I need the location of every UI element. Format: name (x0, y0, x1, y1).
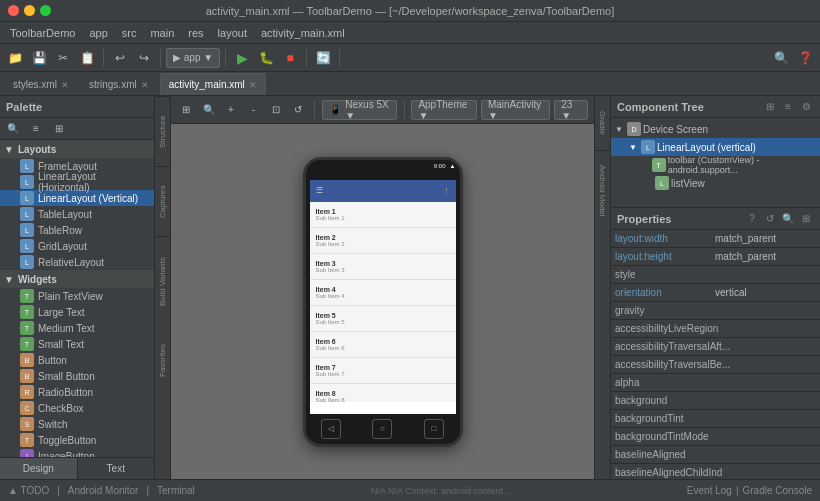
palette-item-plaintextview[interactable]: T Plain TextView (0, 288, 154, 304)
list-item-4-sub: Sub Item 4 (316, 293, 450, 299)
prop-btn-3[interactable]: 🔍 (780, 211, 796, 227)
theme-selector[interactable]: AppTheme ▼ (411, 100, 477, 120)
list-item-8-title: Item 8 (316, 390, 450, 397)
minimize-button[interactable] (24, 5, 35, 16)
search-btn[interactable]: 🔍 (770, 47, 792, 69)
status-android-monitor[interactable]: Android Monitor (68, 485, 139, 496)
captures-tab[interactable]: Captures (155, 166, 170, 236)
palette-item-button[interactable]: B Button (0, 352, 154, 368)
prop-btn-1[interactable]: ? (744, 211, 760, 227)
sync-btn[interactable]: 🔄 (312, 47, 334, 69)
stop-btn[interactable]: ■ (279, 47, 301, 69)
palette-item-relativelayout[interactable]: L RelativeLayout (0, 254, 154, 270)
phone-recents-btn[interactable]: □ (424, 419, 444, 439)
favorites-tab[interactable]: Favorites (155, 326, 170, 396)
menu-activity-main[interactable]: activity_main.xml (255, 25, 351, 41)
phone-home-btn[interactable]: ○ (372, 419, 392, 439)
activity-selector[interactable]: MainActivity ▼ (481, 100, 550, 120)
palette-group-widgets[interactable]: ▼ Widgets (0, 270, 154, 288)
tree-listview[interactable]: L listView (611, 174, 820, 192)
structure-tab[interactable]: Structure (155, 96, 170, 166)
palette-group-layouts[interactable]: ▼ Layouts (0, 140, 154, 158)
palette-item-switch[interactable]: S Switch (0, 416, 154, 432)
palette-search-btn[interactable]: 🔍 (2, 118, 24, 140)
app-selector[interactable]: ▶ app ▼ (166, 48, 220, 68)
tab-activity-main[interactable]: activity_main.xml ✕ (160, 73, 266, 95)
status-todo[interactable]: ▲ TODO (8, 485, 49, 496)
editor-btn-2[interactable]: 🔍 (199, 99, 217, 121)
text-tab[interactable]: Text (78, 458, 155, 479)
tab-strings-close[interactable]: ✕ (141, 80, 149, 90)
palette-item-smallbutton[interactable]: B Small Button (0, 368, 154, 384)
editor-btn-zoom-out[interactable]: - (244, 99, 262, 121)
component-tree-btn-3[interactable]: ⚙ (798, 99, 814, 115)
toolbar-btn-2[interactable]: 💾 (28, 47, 50, 69)
prop-orientation-name: orientation (615, 287, 715, 298)
menu-main[interactable]: main (144, 25, 180, 41)
tree-toolbar[interactable]: T toolbar (CustomView) - android.support… (611, 156, 820, 174)
properties-panel: layout:width match_parent layout:height … (611, 230, 820, 479)
palette-item-togglebutton[interactable]: T ToggleButton (0, 432, 154, 448)
component-tree-btn-2[interactable]: ≡ (780, 99, 796, 115)
palette-item-gridlayout[interactable]: L GridLayout (0, 238, 154, 254)
design-tab[interactable]: Design (0, 458, 78, 479)
tab-strings[interactable]: strings.xml ✕ (80, 73, 158, 95)
close-button[interactable] (8, 5, 19, 16)
status-gradle-console[interactable]: Gradle Console (743, 485, 812, 496)
prop-layout-width-value[interactable]: match_parent (715, 233, 816, 244)
palette-item-imagebutton[interactable]: I ImageButton (0, 448, 154, 457)
prop-layout-height-value[interactable]: match_parent (715, 251, 816, 262)
menu-layout[interactable]: layout (212, 25, 253, 41)
palette-item-checkbox[interactable]: C CheckBox (0, 400, 154, 416)
palette-item-tablelayout[interactable]: L TableLayout (0, 206, 154, 222)
tree-linearlayout[interactable]: ▼ L LinearLayout (vertical) (611, 138, 820, 156)
device-icon: 📱 (329, 104, 341, 115)
palette-grid-btn[interactable]: ⊞ (48, 118, 70, 140)
editor-btn-1[interactable]: ⊞ (177, 99, 195, 121)
toolbar-btn-undo[interactable]: ↩ (109, 47, 131, 69)
menu-toolbardemo[interactable]: ToolbarDemo (4, 25, 81, 41)
palette-item-radiobutton[interactable]: R RadioButton (0, 384, 154, 400)
palette-sort-btn[interactable]: ≡ (25, 118, 47, 140)
prop-btn-2[interactable]: ↺ (762, 211, 778, 227)
prop-row-layout-width: layout:width match_parent (611, 230, 820, 248)
menu-src[interactable]: src (116, 25, 143, 41)
toolbar-btn-3[interactable]: ✂ (52, 47, 74, 69)
phone-back-btn[interactable]: ◁ (321, 419, 341, 439)
tab-styles-close[interactable]: ✕ (61, 80, 69, 90)
debug-btn[interactable]: 🐛 (255, 47, 277, 69)
palette-item-largetext[interactable]: T Large Text (0, 304, 154, 320)
menu-res[interactable]: res (182, 25, 209, 41)
editor-btn-fit[interactable]: ⊡ (267, 99, 285, 121)
palette-item-smalltext[interactable]: T Small Text (0, 336, 154, 352)
android-model-tab[interactable]: Android Model (595, 151, 610, 231)
palette-item-mediumtext[interactable]: T Medium Text (0, 320, 154, 336)
editor-btn-refresh[interactable]: ↺ (289, 99, 307, 121)
palette-item-linearlayout-h[interactable]: L LinearLayout (Horizontal) (0, 174, 154, 190)
help-btn[interactable]: ❓ (794, 47, 816, 69)
api-selector[interactable]: 23 ▼ (554, 100, 588, 120)
editor-btn-zoom-in[interactable]: + (222, 99, 240, 121)
gradle-tab[interactable]: Gradle (595, 96, 610, 151)
status-event-log[interactable]: Event Log (687, 485, 732, 496)
component-tree-btn-1[interactable]: ⊞ (762, 99, 778, 115)
build-variants-tab[interactable]: Build Variants (155, 236, 170, 326)
toolbar-btn-redo[interactable]: ↪ (133, 47, 155, 69)
palette-bottom-tabs: Design Text (0, 457, 154, 479)
toolbar-btn-4[interactable]: 📋 (76, 47, 98, 69)
status-terminal[interactable]: Terminal (157, 485, 195, 496)
toolbar-btn-1[interactable]: 📁 (4, 47, 26, 69)
prop-btn-4[interactable]: ⊞ (798, 211, 814, 227)
tab-activity-close[interactable]: ✕ (249, 80, 257, 90)
palette-item-linearlayout-v[interactable]: L LinearLayout (Vertical) (0, 190, 154, 206)
editor-sep-2 (404, 101, 405, 119)
tab-styles[interactable]: styles.xml ✕ (4, 73, 78, 95)
prop-orientation-value[interactable]: vertical (715, 287, 816, 298)
menu-app[interactable]: app (83, 25, 113, 41)
toolbar-separator-4 (306, 49, 307, 67)
run-btn[interactable]: ▶ (231, 47, 253, 69)
palette-item-tablerow[interactable]: L TableRow (0, 222, 154, 238)
device-selector[interactable]: 📱 Nexus 5X ▼ (322, 100, 396, 120)
tree-device-screen[interactable]: ▼ D Device Screen (611, 120, 820, 138)
maximize-button[interactable] (40, 5, 51, 16)
